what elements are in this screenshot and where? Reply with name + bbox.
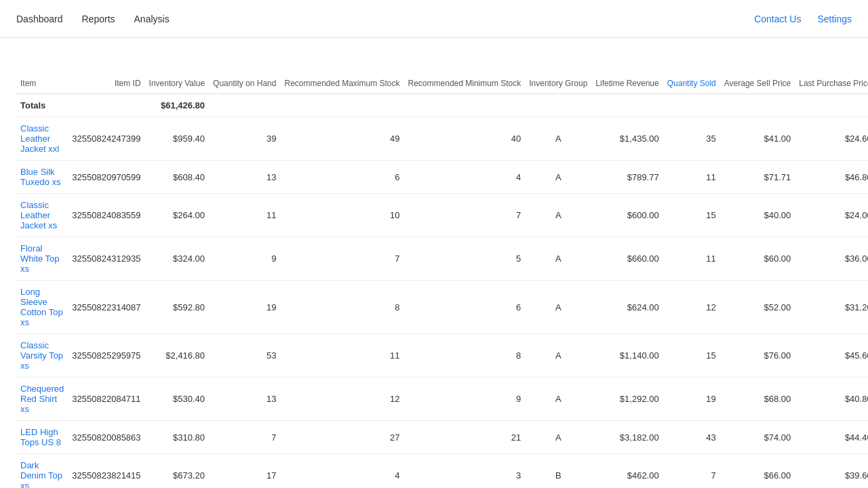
cell-rec_max_stock: 8 — [280, 281, 403, 334]
cell-rec_max_stock: 10 — [280, 194, 403, 237]
cell-inventory_value: $530.40 — [145, 378, 210, 421]
table-row: Blue Silk Tuxedo xs32550820970599$608.40… — [16, 161, 868, 194]
cell-quantity_on_hand: 39 — [209, 117, 280, 161]
nav-item-dashboard[interactable]: Dashboard — [16, 14, 63, 24]
cell-quantity_sold: 11 — [663, 161, 720, 194]
cell-inventory_value: $959.40 — [145, 117, 210, 161]
cell-inventory_value: $2,416.80 — [145, 334, 210, 378]
cell-rec_min_stock: 8 — [404, 334, 526, 378]
cell-last_purchase_price: $36.00 — [795, 237, 868, 281]
cell-item[interactable]: Classic Varsity Top xs — [16, 334, 68, 378]
cell-item[interactable]: Classic Leather Jacket xxl — [16, 117, 68, 161]
cell-last_purchase_price: $40.80 — [795, 378, 868, 421]
cell-quantity_sold: 12 — [663, 281, 720, 334]
cell-item_id: 32550824083559 — [68, 194, 144, 237]
cell-item[interactable]: Dark Denim Top xs — [16, 454, 68, 489]
cell-quantity_sold: 19 — [663, 378, 720, 421]
main-nav: DashboardReportsAnalysis Contact UsSetti… — [0, 0, 868, 38]
col-header-rec_min_stock: Recommended Minimum Stock — [404, 73, 526, 94]
cell-avg_sell_price: $74.00 — [720, 421, 795, 454]
cell-rec_max_stock: 6 — [280, 161, 403, 194]
table-body: Totals$61,426.80Classic Leather Jacket x… — [16, 94, 868, 489]
cell-last_purchase_price: $24.00 — [795, 194, 868, 237]
cell-rec_max_stock: 12 — [280, 378, 403, 421]
col-header-avg_sell_price: Average Sell Price — [720, 73, 795, 94]
cell-rec_min_stock: 40 — [404, 117, 526, 161]
cell-lifetime_revenue: $789.77 — [591, 161, 663, 194]
cell-quantity_sold: 11 — [663, 237, 720, 281]
nav-item-settings[interactable]: Settings — [817, 14, 852, 24]
cell-item_id: 32550823821415 — [68, 454, 144, 489]
totals-quantity_sold — [663, 94, 720, 117]
cell-item[interactable]: Long Sleeve Cotton Top xs — [16, 281, 68, 334]
cell-avg_sell_price: $40.00 — [720, 194, 795, 237]
cell-rec_min_stock: 5 — [404, 237, 526, 281]
totals-avg_sell_price — [720, 94, 795, 117]
cell-item[interactable]: Classic Leather Jacket xs — [16, 194, 68, 237]
cell-inventory_value: $592.80 — [145, 281, 210, 334]
nav-item-reports[interactable]: Reports — [82, 14, 115, 24]
cell-rec_min_stock: 4 — [404, 161, 526, 194]
table-row: Long Sleeve Cotton Top xs32550822314087$… — [16, 281, 868, 334]
cell-lifetime_revenue: $600.00 — [591, 194, 663, 237]
cell-item_id: 32550820970599 — [68, 161, 144, 194]
cell-item[interactable]: Chequered Red Shirt xs — [16, 378, 68, 421]
totals-quantity_on_hand — [209, 94, 280, 117]
cell-quantity_sold: 35 — [663, 117, 720, 161]
nav-right: Contact UsSettings — [754, 14, 852, 24]
cell-last_purchase_price: $46.80 — [795, 161, 868, 194]
totals-rec_min_stock — [404, 94, 526, 117]
nav-item-analysis[interactable]: Analysis — [134, 14, 170, 24]
cell-inventory_group: A — [525, 281, 591, 334]
cell-quantity_on_hand: 17 — [209, 454, 280, 489]
cell-item[interactable]: Floral White Top xs — [16, 237, 68, 281]
cell-avg_sell_price: $41.00 — [720, 117, 795, 161]
nav-left: DashboardReportsAnalysis — [16, 14, 170, 24]
cell-inventory_value: $310.80 — [145, 421, 210, 454]
cell-quantity_on_hand: 7 — [209, 421, 280, 454]
cell-last_purchase_price: $31.20 — [795, 281, 868, 334]
totals-inventory_value: $61,426.80 — [145, 94, 210, 117]
col-header-item_id: Item ID — [68, 73, 144, 94]
cell-item_id: 32550824247399 — [68, 117, 144, 161]
col-header-lifetime_revenue: Lifetime Revenue — [591, 73, 663, 94]
cell-avg_sell_price: $60.00 — [720, 237, 795, 281]
cell-avg_sell_price: $66.00 — [720, 454, 795, 489]
cell-item[interactable]: LED High Tops US 8 — [16, 421, 68, 454]
cell-quantity_on_hand: 11 — [209, 194, 280, 237]
table-row: Classic Leather Jacket xxl32550824247399… — [16, 117, 868, 161]
cell-avg_sell_price: $76.00 — [720, 334, 795, 378]
cell-lifetime_revenue: $624.00 — [591, 281, 663, 334]
cell-item_id: 32550824312935 — [68, 237, 144, 281]
cell-inventory_group: A — [525, 194, 591, 237]
cell-quantity_on_hand: 13 — [209, 161, 280, 194]
cell-quantity_on_hand: 19 — [209, 281, 280, 334]
table-row: Dark Denim Top xs32550823821415$673.2017… — [16, 454, 868, 489]
cell-rec_max_stock: 11 — [280, 334, 403, 378]
col-header-quantity_on_hand: Quantity on Hand — [209, 73, 280, 94]
cell-quantity_sold: 15 — [663, 334, 720, 378]
cell-rec_min_stock: 6 — [404, 281, 526, 334]
cell-last_purchase_price: $39.60 — [795, 454, 868, 489]
cell-avg_sell_price: $68.00 — [720, 378, 795, 421]
nav-item-contact-us[interactable]: Contact Us — [754, 14, 801, 24]
cell-inventory_value: $264.00 — [145, 194, 210, 237]
cell-lifetime_revenue: $3,182.00 — [591, 421, 663, 454]
cell-rec_min_stock: 3 — [404, 454, 526, 489]
totals-row: Totals$61,426.80 — [16, 94, 868, 117]
cell-inventory_group: A — [525, 334, 591, 378]
col-header-inventory_group: Inventory Group — [525, 73, 591, 94]
table-row: Classic Varsity Top xs32550825295975$2,4… — [16, 334, 868, 378]
table-row: Chequered Red Shirt xs32550822084711$530… — [16, 378, 868, 421]
cell-inventory_group: A — [525, 117, 591, 161]
cell-lifetime_revenue: $1,435.00 — [591, 117, 663, 161]
cell-inventory_group: A — [525, 161, 591, 194]
cell-item_id: 32550825295975 — [68, 334, 144, 378]
col-header-rec_max_stock: Recommended Maximum Stock — [280, 73, 403, 94]
cell-item[interactable]: Blue Silk Tuxedo xs — [16, 161, 68, 194]
cell-lifetime_revenue: $660.00 — [591, 237, 663, 281]
cell-rec_max_stock: 4 — [280, 454, 403, 489]
col-header-quantity_sold: Quantity Sold — [663, 73, 720, 94]
cell-inventory_group: A — [525, 237, 591, 281]
cell-inventory_value: $324.00 — [145, 237, 210, 281]
